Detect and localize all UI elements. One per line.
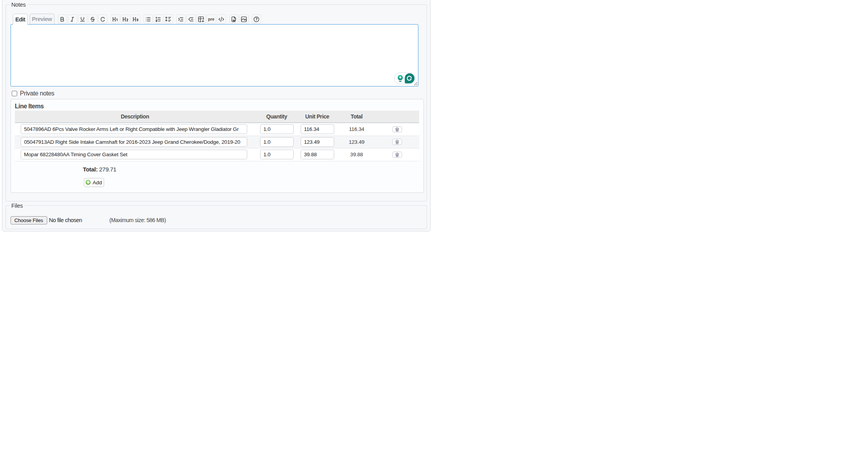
grammarly-suggestion-icon: [396, 74, 405, 83]
quantity-input[interactable]: [260, 137, 294, 147]
line-items-header-row: Description Quantity Unit Price Total: [15, 111, 419, 124]
toolbar-button-indent-increase[interactable]: [176, 14, 186, 24]
row-total-value: 123.49: [349, 139, 364, 145]
strikethrough-icon: [89, 16, 96, 23]
trash-icon: [395, 152, 400, 157]
row-total-value: 39.88: [350, 152, 363, 157]
toolbar-button-table[interactable]: [197, 14, 206, 24]
column-header-actions: [377, 111, 419, 123]
table-plus-icon: [198, 16, 204, 23]
add-icon: [85, 180, 91, 185]
delete-row-button[interactable]: [392, 152, 402, 158]
files-legend: Files: [9, 202, 25, 210]
unit-price-input[interactable]: [301, 150, 334, 159]
toolbar-button-bold[interactable]: [58, 14, 67, 24]
trash-icon: [395, 139, 400, 145]
toolbar-button-indent-decrease[interactable]: [186, 14, 196, 24]
column-header-description: Description: [15, 111, 255, 123]
toolbar-button-italic[interactable]: [68, 14, 77, 24]
letter-c-icon: [99, 16, 106, 23]
column-header-quantity: Quantity: [255, 111, 298, 123]
grammarly-widget[interactable]: [394, 72, 416, 84]
line-items-table: Description Quantity Unit Price Total 11…: [15, 111, 419, 173]
code-icon: [218, 16, 225, 23]
quantity-input[interactable]: [260, 150, 294, 159]
file-upload-row: Choose Files No file chosen (Maximum siz…: [11, 216, 400, 224]
toolbar-button-list-details[interactable]: [164, 14, 173, 24]
toolbar-button-heading-1[interactable]: [111, 14, 120, 24]
h2-icon: [122, 16, 129, 23]
notes-fieldset: Notes Edit Preview: [5, 4, 427, 201]
resize-handle-icon[interactable]: [413, 81, 418, 86]
max-size-text: (Maximum size: 586 MB): [110, 217, 166, 223]
toolbar-button-strikethrough[interactable]: [88, 14, 97, 24]
toolbar-button-unordered-list[interactable]: [143, 14, 153, 24]
photo-icon: [241, 16, 247, 23]
bold-icon: [59, 16, 66, 23]
total-label: Total:: [83, 166, 98, 173]
description-input[interactable]: [21, 124, 247, 134]
form-container: Notes Edit Preview: [2, 0, 430, 231]
h1-icon: [112, 16, 119, 23]
toolbar-button-code-block[interactable]: [217, 14, 226, 24]
editor-tabs-row: Edit Preview pre: [11, 14, 419, 24]
total-value: 279.71: [99, 166, 116, 173]
quantity-input[interactable]: [260, 124, 294, 134]
choose-files-button[interactable]: Choose Files: [11, 216, 47, 224]
italic-icon: [69, 16, 76, 23]
delete-row-button[interactable]: [392, 139, 402, 145]
toolbar-button-image[interactable]: [239, 14, 249, 24]
tab-preview[interactable]: Preview: [30, 14, 55, 24]
notes-textarea[interactable]: [11, 24, 419, 86]
h3-icon: [132, 16, 139, 23]
column-header-total: Total: [337, 111, 377, 123]
line-item-row: 123.49: [15, 136, 419, 149]
unit-price-input[interactable]: [301, 137, 334, 147]
toolbar-button-ordered-list[interactable]: [154, 14, 163, 24]
list-icon: [145, 16, 151, 23]
row-total-value: 116.34: [349, 126, 364, 132]
file-link-icon: [230, 16, 237, 23]
toolbar-button-heading-3[interactable]: [131, 14, 140, 24]
indent-decrease-icon: [188, 16, 194, 23]
private-notes-label: Private notes: [20, 90, 54, 97]
tab-edit[interactable]: Edit: [13, 14, 28, 25]
notes-legend: Notes: [9, 1, 28, 9]
trash-icon: [395, 127, 400, 132]
list-numbers-icon: [155, 16, 161, 23]
toolbar-button-heading-2[interactable]: [121, 14, 130, 24]
help-icon: [253, 16, 260, 23]
line-items-total: Total: 279.71: [15, 161, 419, 173]
line-items-panel: Line Items Description Quantity Unit Pri…: [11, 99, 424, 193]
line-item-row: 39.88: [15, 148, 419, 161]
files-fieldset: Files Choose Files No file chosen (Maxim…: [5, 205, 427, 229]
line-items-title: Line Items: [15, 103, 44, 110]
no-file-chosen-text: No file chosen: [49, 217, 82, 223]
description-input[interactable]: [21, 150, 247, 159]
underline-icon: [79, 16, 86, 23]
toolbar-button-underline[interactable]: [78, 14, 87, 24]
private-notes-row: Private notes: [12, 90, 54, 97]
private-notes-checkbox[interactable]: [12, 91, 17, 96]
indent-increase-icon: [177, 16, 184, 23]
toolbar-button-pre[interactable]: pre: [207, 14, 216, 24]
line-item-row: 116.34: [15, 123, 419, 136]
toolbar-button-wiki-link[interactable]: [229, 14, 239, 24]
column-header-unit-price: Unit Price: [298, 111, 337, 123]
list-details-icon: [165, 16, 172, 23]
description-input[interactable]: [21, 137, 247, 147]
unit-price-input[interactable]: [301, 124, 334, 134]
wiki-editor: Edit Preview pre: [11, 14, 419, 86]
add-button-label: Add: [92, 180, 102, 185]
toolbar-button-inline-code[interactable]: [98, 14, 108, 24]
toolbar-button-help[interactable]: [252, 14, 261, 24]
add-line-item-button[interactable]: Add: [84, 178, 104, 187]
delete-row-button[interactable]: [392, 126, 402, 132]
